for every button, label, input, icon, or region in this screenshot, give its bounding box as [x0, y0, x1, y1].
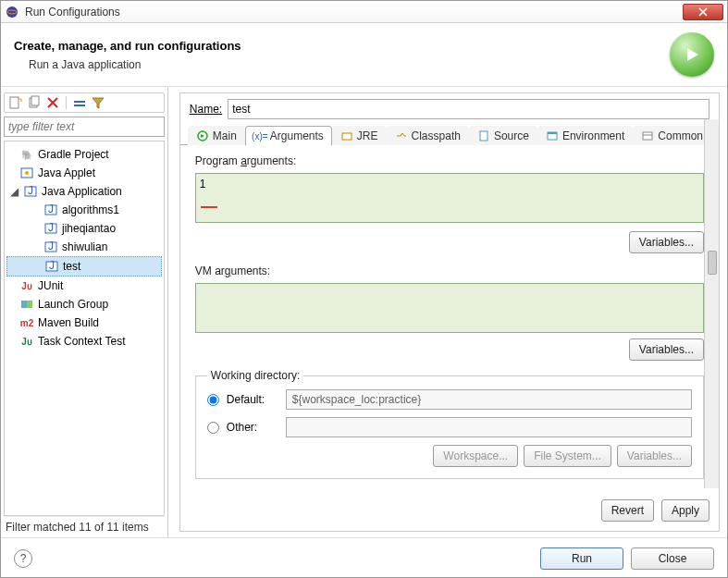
delete-config-icon[interactable] [45, 95, 60, 110]
source-tab-icon [477, 129, 490, 142]
svg-rect-23 [480, 131, 487, 141]
tab-arguments[interactable]: (x)=Arguments [245, 126, 332, 145]
eclipse-icon [5, 5, 19, 19]
filter-icon[interactable] [91, 95, 105, 110]
panel-buttons: Revert Apply [180, 490, 719, 531]
program-variables-button[interactable]: Variables... [629, 231, 704, 253]
wd-variables-button[interactable]: Variables... [617, 445, 692, 467]
svg-rect-2 [10, 97, 19, 108]
tree-item-gradle[interactable]: 🐘Gradle Project [6, 145, 162, 164]
svg-rect-6 [74, 105, 85, 106]
scrollbar-thumb[interactable] [708, 251, 717, 275]
header-title: Create, manage, and run configurations [14, 39, 670, 53]
tab-jre[interactable]: JRE [332, 126, 387, 145]
tab-common[interactable]: Common [633, 126, 711, 145]
wd-other-radio[interactable] [207, 422, 219, 434]
tab-label: Arguments [270, 129, 324, 142]
right-panel: Name: Main (x)=Arguments JRE Classpath S… [168, 87, 727, 537]
wd-default-value [286, 389, 692, 410]
tree-label: Gradle Project [38, 148, 109, 161]
applet-icon [19, 166, 34, 180]
name-row: Name: [180, 93, 719, 125]
svg-rect-20 [27, 301, 32, 308]
main-split: 🐘Gradle Project Java Applet ◢JJava Appli… [1, 87, 727, 537]
svg-point-0 [6, 6, 18, 18]
tree-label: JUnit [38, 279, 63, 292]
svg-text:J: J [48, 203, 54, 215]
close-button[interactable]: Close [631, 547, 714, 570]
revert-button[interactable]: Revert [601, 499, 654, 522]
tree-item-applet[interactable]: Java Applet [6, 164, 162, 182]
tab-source[interactable]: Source [469, 126, 537, 145]
expander-icon[interactable]: ◢ [8, 186, 19, 197]
tree-label: jiheqiantao [62, 222, 116, 235]
tabs: Main (x)=Arguments JRE Classpath Source … [180, 125, 719, 145]
tree-label: Java Application [42, 185, 122, 198]
run-hero-icon [670, 32, 714, 77]
header-subtitle: Run a Java application [29, 58, 670, 71]
tab-label: Main [213, 129, 237, 142]
tab-label: Source [494, 129, 529, 142]
common-tab-icon [641, 129, 654, 142]
tree-item-launchgroup[interactable]: Launch Group [6, 295, 162, 314]
environment-tab-icon [546, 129, 559, 142]
filter-status: Filter matched 11 of 11 items [4, 516, 165, 537]
tree-item-child[interactable]: Jshiwulian [6, 238, 162, 256]
svg-rect-4 [31, 96, 39, 105]
svg-rect-5 [74, 101, 85, 103]
tab-label: Common [658, 129, 703, 142]
working-directory-label: Working directory: [207, 369, 303, 382]
name-input[interactable] [228, 99, 709, 119]
wd-filesystem-button[interactable]: File System... [524, 445, 611, 467]
tree-label: test [63, 260, 80, 273]
tab-classpath[interactable]: Classpath [387, 126, 469, 145]
duplicate-config-icon[interactable] [27, 95, 42, 110]
filter-input[interactable] [4, 117, 165, 137]
tree-item-java-app[interactable]: ◢JJava Application [6, 182, 162, 201]
svg-text:J: J [49, 260, 55, 272]
program-args-input[interactable]: 1 [195, 173, 704, 223]
wd-default-radio[interactable] [207, 394, 219, 406]
tab-main[interactable]: Main [188, 126, 245, 145]
vm-variables-button[interactable]: Variables... [629, 338, 704, 361]
window-close-button[interactable] [683, 4, 723, 20]
tab-environment[interactable]: Environment [537, 126, 633, 145]
java-run-icon: J [44, 259, 59, 274]
left-toolbar [4, 92, 165, 113]
run-button[interactable]: Run [540, 547, 623, 570]
tree-item-junit[interactable]: JᴜJUnit [6, 277, 162, 295]
wd-other-input[interactable] [286, 417, 692, 437]
new-config-icon[interactable] [8, 95, 23, 110]
arguments-tab-icon: (x)= [253, 129, 266, 142]
vm-args-input[interactable] [195, 283, 704, 333]
svg-rect-25 [548, 132, 557, 134]
name-label: Name: [190, 103, 222, 116]
tree-label: shiwulian [62, 240, 107, 253]
dialog-header: Create, manage, and run configurations R… [1, 23, 727, 87]
help-icon[interactable]: ? [14, 549, 32, 568]
vm-args-label: VM arguments: [195, 264, 704, 277]
svg-text:J: J [48, 240, 54, 252]
tree-label: Java Applet [38, 166, 95, 179]
tree-label: algorithms1 [62, 203, 119, 216]
tab-body-arguments: Program arguments: 1 Variables... VM arg… [180, 145, 719, 490]
collapse-all-icon[interactable] [72, 95, 87, 110]
java-run-icon: J [43, 240, 58, 254]
vertical-scrollbar[interactable] [704, 119, 719, 488]
maven-icon: m2 [19, 315, 34, 330]
wd-workspace-button[interactable]: Workspace... [433, 445, 518, 467]
tree-item-maven[interactable]: m2Maven Build [6, 314, 162, 332]
titlebar: Run Configurations [1, 1, 727, 23]
tree-label: Launch Group [38, 298, 108, 311]
tab-label: Classpath [412, 129, 461, 142]
svg-rect-26 [643, 132, 652, 140]
config-tree[interactable]: 🐘Gradle Project Java Applet ◢JJava Appli… [4, 141, 165, 516]
spellcheck-underline [201, 206, 217, 208]
tree-item-child[interactable]: Jalgorithms1 [6, 201, 162, 219]
tree-item-child[interactable]: Jjiheqiantao [6, 219, 162, 238]
tree-item-child-selected[interactable]: Jtest [6, 256, 162, 277]
apply-button[interactable]: Apply [661, 499, 709, 522]
wd-other-label: Other: [227, 421, 278, 434]
java-run-icon: J [43, 203, 58, 217]
tree-item-task[interactable]: JᴜTask Context Test [6, 332, 162, 350]
